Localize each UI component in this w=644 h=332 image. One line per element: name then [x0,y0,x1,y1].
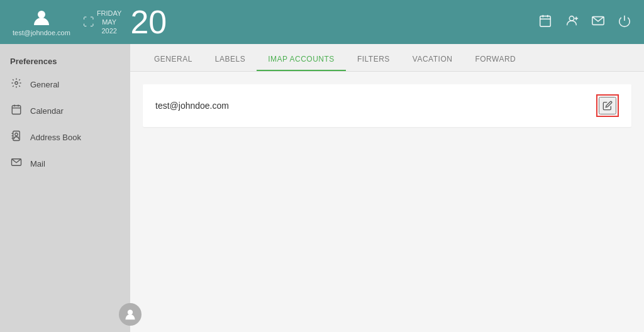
calendar-header-icon[interactable] [538,14,552,31]
imap-account-row: test@johndoe.com [143,84,631,127]
header-day-number: 20 [130,6,167,38]
header-left: test@johndoe.com ⛶ FRIDAY MAY 2022 20 [13,6,167,38]
edit-account-button[interactable] [599,97,616,114]
app-header: test@johndoe.com ⛶ FRIDAY MAY 2022 20 [0,0,644,44]
user-avatar-icon [31,8,52,28]
tab-labels[interactable]: LABELS [204,48,257,71]
main-area: Preferences General Calendar [0,44,644,332]
svg-point-9 [15,82,18,85]
content-area: GENERAL LABELS IMAP ACCOUNTS FILTERS VAC… [130,44,644,332]
expand-icon[interactable]: ⛶ [83,16,94,29]
sidebar-item-general-label: General [30,80,59,89]
sidebar-item-addressbook-label: Address Book [30,133,81,142]
sidebar-title: Preferences [0,50,130,71]
sidebar-item-mail[interactable]: Mail [0,150,130,177]
header-date: FRIDAY MAY 2022 [97,9,122,36]
general-icon [10,77,23,91]
imap-email-text: test@johndoe.com [155,101,229,111]
tab-general[interactable]: GENERAL [143,48,204,71]
svg-point-15 [15,133,18,136]
header-right [538,14,631,31]
svg-point-0 [38,11,45,18]
header-date-group: ⛶ FRIDAY MAY 2022 20 [83,6,167,38]
mail-sidebar-icon [10,157,23,170]
contacts-header-icon[interactable] [565,14,579,31]
user-info: test@johndoe.com [13,8,70,36]
svg-rect-1 [540,16,551,26]
edit-button-highlight [596,94,619,117]
sidebar-item-calendar-label: Calendar [30,106,64,116]
sidebar-item-mail-label: Mail [30,159,45,169]
svg-point-5 [569,16,574,20]
content-body: test@johndoe.com [130,72,644,332]
calendar-sidebar-icon [10,104,23,118]
svg-point-20 [128,310,133,315]
svg-rect-10 [12,106,21,114]
tabs-bar: GENERAL LABELS IMAP ACCOUNTS FILTERS VAC… [130,44,644,72]
power-header-icon[interactable] [618,14,631,31]
sidebar: Preferences General Calendar [0,44,130,332]
profile-circle[interactable] [119,303,142,326]
sidebar-item-addressbook[interactable]: Address Book [0,124,130,150]
addressbook-icon [10,130,23,144]
tab-vacation[interactable]: VACATION [401,48,464,71]
tab-filters[interactable]: FILTERS [346,48,401,71]
sidebar-item-calendar[interactable]: Calendar [0,97,130,124]
sidebar-item-general[interactable]: General [0,71,130,97]
mail-header-icon[interactable] [591,14,605,31]
tab-forward[interactable]: FORWARD [464,48,527,71]
tab-imap-accounts[interactable]: IMAP ACCOUNTS [257,48,346,71]
header-user-email: test@johndoe.com [13,29,70,36]
